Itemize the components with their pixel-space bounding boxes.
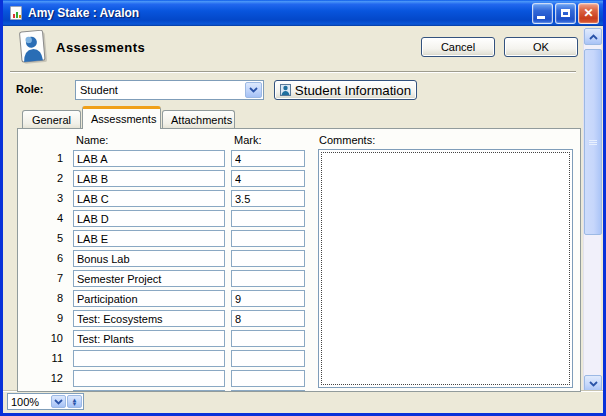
zoom-control[interactable]: 100% ▲ ▼ [7, 393, 84, 410]
row-number: 1 [26, 152, 63, 164]
tab-attachments[interactable]: Attachments [162, 110, 235, 129]
zoom-value: 100% [8, 396, 51, 408]
thumb-grip-icon [589, 139, 597, 146]
assessment-mark-input[interactable] [231, 370, 305, 387]
table-row: 5 [18, 230, 318, 250]
cancel-button[interactable]: Cancel [421, 37, 495, 57]
row-number: 12 [26, 372, 63, 384]
assessment-name-input[interactable] [73, 150, 225, 167]
row-number: 5 [26, 232, 63, 244]
assessment-name-input[interactable] [73, 330, 225, 347]
assessment-name-input[interactable] [73, 370, 225, 387]
title-bar: Amy Stake : Avalon ✕ [3, 0, 603, 26]
scrollbar-thumb[interactable] [584, 49, 602, 235]
name-column-header: Name: [76, 134, 108, 146]
table-row: 9 [18, 310, 318, 330]
table-row: 6 [18, 250, 318, 270]
row-number: 4 [26, 212, 63, 224]
table-row: 10 [18, 330, 318, 350]
assessment-name-input[interactable] [73, 390, 225, 392]
assessment-mark-input[interactable] [231, 350, 305, 367]
chevron-down-icon [589, 381, 598, 387]
chevron-up-icon [589, 34, 598, 40]
assessment-mark-input[interactable] [231, 330, 305, 347]
role-selected-value: Student [76, 84, 244, 96]
window-title: Amy Stake : Avalon [28, 6, 532, 20]
row-number: 11 [26, 352, 63, 364]
comments-box [318, 149, 573, 388]
assessment-mark-input[interactable] [231, 270, 305, 287]
row-number: 2 [26, 172, 63, 184]
assessment-mark-input[interactable] [231, 390, 305, 392]
comments-textarea[interactable] [319, 150, 572, 387]
assessment-name-input[interactable] [73, 230, 225, 247]
table-row: 4 [18, 210, 318, 230]
row-number: 6 [26, 252, 63, 264]
comments-label: Comments: [319, 134, 375, 146]
person-icon [280, 84, 291, 96]
assessment-name-input[interactable] [73, 190, 225, 207]
assessment-name-input[interactable] [73, 310, 225, 327]
header-divider [10, 71, 576, 73]
ok-button[interactable]: OK [504, 37, 578, 57]
assessment-name-input[interactable] [73, 350, 225, 367]
scroll-down-button[interactable] [584, 375, 602, 392]
dialog-window: Amy Stake : Avalon ✕ Assessments Cancel … [0, 0, 606, 416]
zoom-spinner[interactable]: ▲ ▼ [67, 395, 82, 408]
tab-general[interactable]: General [22, 110, 81, 129]
minimize-icon [537, 16, 545, 19]
table-row: 1 [18, 150, 318, 170]
role-select[interactable]: Student [75, 80, 264, 100]
page-title: Assessments [56, 40, 145, 55]
assessment-name-input[interactable] [73, 210, 225, 227]
assessment-mark-input[interactable] [231, 150, 305, 167]
assessment-mark-input[interactable] [231, 210, 305, 227]
assessments-panel: Name: Mark: Comments: 1 2 3 4 [17, 128, 581, 392]
table-row: 8 [18, 290, 318, 310]
minimize-button[interactable] [532, 3, 553, 24]
chevron-down-icon [54, 399, 63, 405]
close-icon: ✕ [583, 7, 593, 19]
table-row: 7 [18, 270, 318, 290]
dialog-body: Assessments Cancel OK Role: Student Stud… [3, 26, 603, 410]
arrow-down-icon: ▼ [72, 402, 78, 406]
mark-column-header: Mark: [234, 134, 262, 146]
student-information-button[interactable]: Student Information [274, 80, 417, 100]
scroll-up-button[interactable] [584, 28, 602, 45]
assessment-mark-input[interactable] [231, 230, 305, 247]
table-row: 3 [18, 190, 318, 210]
maximize-button[interactable] [555, 3, 576, 24]
close-button[interactable]: ✕ [578, 3, 599, 24]
assessment-mark-input[interactable] [231, 290, 305, 307]
table-row: 11 [18, 350, 318, 370]
assessment-name-input[interactable] [73, 170, 225, 187]
table-row: 2 [18, 170, 318, 190]
row-number: 9 [26, 312, 63, 324]
chevron-down-icon[interactable] [245, 82, 262, 98]
row-number: 7 [26, 272, 63, 284]
assessment-mark-input[interactable] [231, 310, 305, 327]
status-bar: 100% ▲ ▼ [3, 391, 603, 410]
assessment-name-input[interactable] [73, 270, 225, 287]
row-number: 10 [26, 332, 63, 344]
table-row: 12 [18, 370, 318, 390]
assessment-name-input[interactable] [73, 290, 225, 307]
tab-assessments[interactable]: Assessments [82, 106, 161, 129]
person-card-icon [17, 30, 51, 68]
assessment-mark-input[interactable] [231, 250, 305, 267]
row-number: 3 [26, 192, 63, 204]
zoom-dropdown-button[interactable] [51, 395, 66, 408]
vertical-scrollbar[interactable] [583, 28, 601, 392]
maximize-icon [561, 9, 570, 17]
assessment-mark-input[interactable] [231, 170, 305, 187]
table-row-clipped [18, 390, 318, 392]
assessment-name-input[interactable] [73, 250, 225, 267]
row-number: 8 [26, 292, 63, 304]
chart-document-icon [8, 5, 24, 21]
assessment-mark-input[interactable] [231, 190, 305, 207]
role-label: Role: [16, 83, 44, 95]
student-information-label: Student Information [295, 83, 411, 98]
